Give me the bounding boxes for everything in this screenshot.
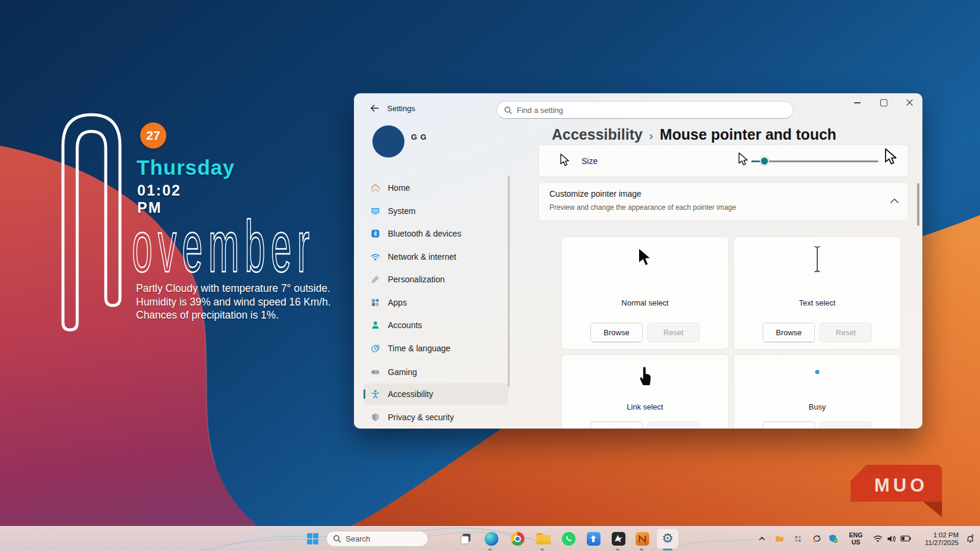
- weather-line: Humidity is 39% and wind speed 16 Km/h.: [136, 295, 338, 309]
- language-indicator[interactable]: ENG US: [846, 532, 866, 546]
- close-button[interactable]: [897, 95, 922, 111]
- link-select-hand-icon: [636, 363, 654, 387]
- chrome-browser-button[interactable]: [509, 530, 526, 547]
- active-app-indicator: [663, 549, 672, 550]
- weather-summary: Partly Cloudy with temperature 7° outsid…: [136, 282, 338, 322]
- accounts-person-icon: [371, 320, 380, 330]
- sidebar-item-label: Apps: [388, 298, 407, 307]
- minimize-button[interactable]: [845, 95, 870, 111]
- browse-button[interactable]: Browse: [590, 421, 643, 429]
- tray-app-icon: [794, 535, 802, 543]
- tray-expand-button[interactable]: [755, 530, 769, 547]
- pointer-card-label: Text select: [734, 298, 900, 307]
- notification-bell-icon: [966, 534, 975, 543]
- sidebar-item-time-language[interactable]: Time & language: [363, 338, 508, 359]
- task-view-button[interactable]: [457, 530, 474, 547]
- sidebar-item-label: Accounts: [388, 320, 422, 330]
- tray-app-button[interactable]: [791, 530, 805, 547]
- tray-security-button[interactable]: [826, 530, 841, 547]
- sidebar-item-apps[interactable]: Apps: [363, 292, 508, 313]
- page-title: Mouse pointer and touch: [660, 126, 836, 143]
- sidebar-item-personalization[interactable]: Personalization: [363, 269, 508, 290]
- browse-button[interactable]: Browse: [763, 323, 815, 342]
- muo-watermark-logo: MUO: [848, 464, 944, 518]
- whatsapp-button[interactable]: [560, 530, 577, 547]
- whatsapp-icon: [562, 532, 576, 546]
- pointer-card-label: Busy: [734, 402, 900, 411]
- size-label: Size: [581, 156, 598, 166]
- tray-folder-button[interactable]: [772, 530, 786, 547]
- eagle-app-button[interactable]: [610, 530, 627, 547]
- reset-button[interactable]: Reset: [647, 323, 700, 342]
- wifi-status-button[interactable]: [871, 530, 885, 547]
- edge-browser-button[interactable]: [483, 530, 500, 547]
- notification-center-button[interactable]: [963, 530, 977, 547]
- maximize-button[interactable]: [871, 95, 896, 111]
- settings-search-input[interactable]: Find a setting: [497, 101, 794, 119]
- content-scrollbar[interactable]: [917, 183, 919, 226]
- start-button[interactable]: [304, 530, 321, 547]
- apps-icon: [371, 298, 380, 307]
- sidebar-item-home[interactable]: Home: [363, 177, 508, 199]
- settings-app-button[interactable]: ⚙: [659, 530, 676, 547]
- customize-title: Customize pointer image: [549, 189, 641, 199]
- mouse-cursor: [884, 148, 897, 166]
- reset-button[interactable]: Reset: [647, 421, 700, 429]
- close-icon: [906, 99, 913, 106]
- language-line: US: [846, 539, 866, 546]
- normal-select-cursor-icon: [637, 247, 653, 268]
- reset-button[interactable]: Reset: [820, 421, 872, 429]
- running-app-indicator: [640, 549, 643, 550]
- customize-pointer-expander[interactable]: Customize pointer image Preview and chan…: [538, 182, 909, 221]
- reset-button[interactable]: Reset: [820, 323, 872, 342]
- running-app-indicator: [540, 549, 544, 550]
- sidebar-item-accounts[interactable]: Accounts: [363, 314, 508, 336]
- breadcrumb-section[interactable]: Accessibility: [552, 126, 643, 143]
- taskbar-search-box[interactable]: Search: [326, 531, 428, 547]
- sidebar-scrollbar[interactable]: [508, 175, 510, 387]
- sidebar-item-label: Network & internet: [388, 252, 456, 262]
- avatar[interactable]: [372, 125, 404, 158]
- sidebar-item-accessibility[interactable]: Accessibility: [363, 383, 508, 405]
- sidebar-item-privacy-security[interactable]: Privacy & security: [363, 407, 508, 428]
- windows-logo-icon: [307, 533, 318, 544]
- clock-time: 1:02 PM: [921, 531, 959, 539]
- file-explorer-button[interactable]: [535, 530, 552, 547]
- browse-button[interactable]: Browse: [763, 421, 815, 429]
- uploader-app-button[interactable]: [585, 530, 602, 547]
- pointer-size-slider-track[interactable]: [751, 160, 878, 162]
- sidebar-item-system[interactable]: System: [363, 200, 508, 222]
- sidebar-item-label: Privacy & security: [388, 413, 454, 422]
- sidebar-item-gaming[interactable]: Gaming: [363, 361, 508, 383]
- pointer-card-normal-select: Normal select Browse Reset: [561, 237, 729, 350]
- orange-n-app-button[interactable]: [634, 530, 650, 547]
- sidebar-item-label: Bluetooth & devices: [388, 229, 461, 238]
- breadcrumb-chevron-icon: ›: [649, 127, 653, 143]
- sidebar-item-bluetooth-devices[interactable]: Bluetooth & devices: [363, 223, 508, 244]
- sidebar-item-network-internet[interactable]: Network & internet: [363, 246, 508, 267]
- search-icon: [333, 535, 341, 543]
- pointer-card-text-select: Text select Browse Reset: [734, 237, 901, 350]
- sidebar-item-label: System: [388, 206, 416, 216]
- sidebar-item-label: Personalization: [388, 275, 445, 284]
- pointer-size-row: Size: [538, 144, 909, 177]
- running-app-indicator: [488, 549, 492, 550]
- gear-icon: ⚙: [662, 532, 674, 545]
- taskbar: Search: [0, 526, 980, 551]
- day-name: Thursday: [137, 156, 235, 180]
- tray-sync-button[interactable]: [809, 530, 824, 547]
- pointer-size-slider-handle[interactable]: [760, 156, 769, 166]
- back-arrow-icon: [370, 105, 379, 112]
- volume-button[interactable]: [884, 530, 899, 547]
- task-view-icon: [460, 533, 472, 544]
- taskbar-clock[interactable]: 1:02 PM 11/27/2025: [921, 531, 959, 547]
- browse-button[interactable]: Browse: [590, 323, 643, 342]
- system-icon: [371, 206, 380, 216]
- file-explorer-icon: [536, 533, 551, 544]
- muo-watermark-text: MUO: [874, 475, 928, 496]
- battery-status-button[interactable]: [898, 530, 913, 547]
- upload-arrow-app-icon: [587, 532, 600, 546]
- sidebar-item-label: Home: [388, 183, 410, 193]
- home-icon: [371, 183, 380, 193]
- back-button[interactable]: [367, 101, 381, 115]
